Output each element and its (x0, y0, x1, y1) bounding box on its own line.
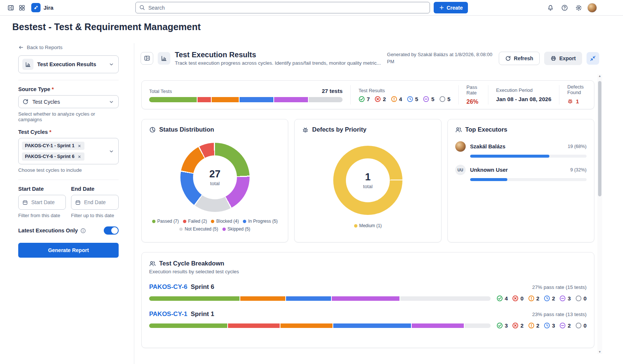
test-cycle-breakdown-card: Test Cycle Breakdown Execution results b… (141, 252, 594, 348)
bar-segment-failed (228, 323, 280, 328)
pass-rate-value: 26% (466, 99, 480, 105)
status-total: 27 (209, 168, 221, 180)
execution-period-value: Jan 08 - Jan 08, 2026 (496, 96, 551, 102)
executor-progress-bar (470, 178, 587, 181)
x-circle-icon (375, 96, 381, 102)
count-blocked: 4 (391, 96, 402, 102)
minus-circle-icon (559, 322, 566, 329)
bug-icon (302, 126, 309, 133)
required-asterisk: * (49, 129, 52, 135)
clock-icon (407, 96, 413, 102)
x-circle-icon (512, 295, 518, 302)
end-date-input[interactable]: End Date (71, 195, 119, 210)
scrollbar-down-arrow[interactable]: ▼ (597, 350, 602, 354)
minus-circle-icon (423, 96, 429, 102)
divider (488, 85, 488, 104)
legend-item[interactable]: Skipped (5) (222, 226, 250, 232)
alert-circle-icon (528, 322, 534, 329)
create-button[interactable]: Create (434, 2, 468, 13)
count-skipped: 2 (559, 322, 571, 329)
bar-segment-in_progress (333, 323, 411, 328)
legend-item[interactable]: Failed (2) (183, 219, 207, 224)
refresh-button[interactable]: Refresh (499, 52, 540, 65)
end-date-label: End Date (71, 186, 119, 192)
test-cycles-label: Test Cycles* (18, 129, 119, 135)
source-type-label: Source Type* (18, 86, 119, 92)
export-button[interactable]: Export (544, 52, 582, 65)
scrollbar-thumb[interactable] (598, 81, 601, 196)
remove-tag-icon[interactable] (77, 144, 81, 148)
executor-row: UU Unknown User 9 (32%) (455, 165, 587, 181)
source-type-select[interactable]: Test Cycles (18, 95, 119, 108)
info-icon[interactable] (80, 228, 86, 233)
count-skipped: 3 (559, 295, 571, 302)
count-passed: 7 (359, 96, 370, 102)
cycle-key-link[interactable]: PAKOS-CY-6 (149, 283, 187, 291)
chevron-down-icon (109, 99, 114, 104)
clock-icon (544, 295, 550, 302)
count-in_progress: 3 (544, 322, 555, 329)
report-header: Test Execution Results Track test execut… (134, 43, 623, 66)
main-scrollbar[interactable]: ▲ ▼ (597, 74, 602, 354)
cycle-name: Sprint 1 (191, 310, 214, 318)
executor-row: Szakál Balázs 19 (68%) (455, 141, 587, 158)
report-content: Total Tests 27 tests Test Results 724555… (141, 73, 594, 364)
panel-collapse-button[interactable] (141, 52, 153, 65)
cycle-refresh-icon (22, 99, 29, 105)
defects-found-value: 1 (576, 98, 579, 104)
calendar-icon (75, 200, 81, 205)
alert-circle-icon (391, 96, 397, 102)
search-input[interactable] (135, 2, 430, 13)
report-type-select[interactable]: Test Execution Results (18, 55, 119, 73)
bar-segment-in_progress (286, 296, 331, 301)
panel-collapse-icon (144, 55, 150, 61)
user-avatar[interactable] (587, 3, 597, 13)
latest-executions-label: Latest Executions Only (18, 228, 78, 233)
app-grid-icon[interactable] (16, 2, 28, 13)
bar-segment-not_executed (465, 323, 491, 328)
count-failed: 2 (375, 96, 386, 102)
bar-segment-skipped (332, 296, 399, 301)
generate-report-button[interactable]: Generate Report (18, 243, 119, 258)
count-not_executed: 0 (575, 295, 587, 302)
remove-tag-icon[interactable] (77, 155, 81, 159)
status-legend: Passed (7)Failed (2)Blocked (4)In Progre… (149, 219, 280, 232)
collapse-panel-button[interactable] (587, 52, 599, 65)
executor-avatar (455, 141, 466, 152)
cycle-tag[interactable]: PAKOS-CY-6 - Sprint 6 (22, 152, 84, 161)
jira-logo (31, 3, 41, 12)
report-panel: Test Execution Results Track test execut… (134, 43, 623, 364)
start-date-input[interactable]: Start Date (18, 195, 66, 210)
defects-by-priority-card: Defects by Priority 1 total Medium (1) (294, 119, 441, 242)
report-title: Test Execution Results (175, 51, 383, 59)
pass-rate-column: Pass Rate 26% (466, 84, 480, 105)
bar-segment-blocked (280, 323, 333, 328)
count-in_progress: 5 (407, 96, 418, 102)
cycle-tag[interactable]: PAKOS-CY-1 - Sprint 1 (22, 142, 84, 150)
bar-segment-blocked (212, 97, 239, 102)
cycle-pass-rate: 23% pass rate (13 tests) (532, 312, 587, 317)
bar-chart-icon (161, 55, 167, 62)
gear-icon[interactable] (573, 2, 584, 13)
chevron-down-icon (109, 148, 114, 154)
help-icon[interactable] (559, 2, 570, 13)
test-cycles-help: Choose test cycles to include (18, 167, 119, 173)
legend-item[interactable]: Passed (7) (152, 219, 179, 224)
scrollbar-up-arrow[interactable]: ▲ (597, 74, 602, 78)
executor-name: Szakál Balázs (470, 144, 505, 149)
latest-executions-toggle[interactable] (104, 226, 119, 235)
bell-icon[interactable] (545, 2, 556, 13)
status-distribution-card: Status Distribution 27 total Passed (7)F… (141, 119, 288, 242)
legend-item[interactable]: Blocked (4) (211, 219, 239, 224)
cycle-key-link[interactable]: PAKOS-CY-1 (149, 310, 187, 318)
executor-value: 9 (32%) (570, 167, 587, 173)
legend-item[interactable]: Not Executed (5) (179, 226, 218, 232)
divider (18, 180, 119, 180)
jira-home-link[interactable]: Jira (31, 3, 54, 12)
test-cycles-select[interactable]: PAKOS-CY-1 - Sprint 1 PAKOS-CY-6 - Sprin… (18, 138, 119, 164)
legend-item[interactable]: In Progress (5) (243, 219, 277, 224)
back-to-reports-link[interactable]: Back to Reports (18, 45, 62, 50)
search-icon (139, 4, 145, 10)
legend-item[interactable]: Medium (1) (354, 223, 382, 228)
sidebar-toggle-icon[interactable] (5, 2, 16, 13)
